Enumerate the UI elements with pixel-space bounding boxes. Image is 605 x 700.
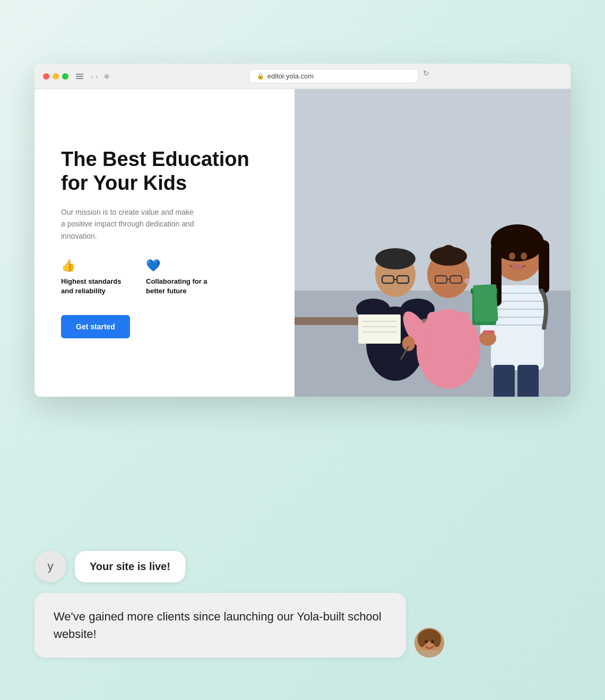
- lock-icon: 🔒: [257, 73, 264, 80]
- svg-rect-46: [358, 314, 401, 344]
- user-avatar-image: [414, 628, 444, 658]
- yola-message-text: Your site is live!: [90, 561, 170, 572]
- traffic-light-green[interactable]: [62, 73, 68, 80]
- features-row: 👍 Highest standards and reliability 💙 Co…: [61, 259, 268, 296]
- heart-icon: 💙: [146, 259, 210, 273]
- svg-rect-35: [539, 240, 549, 293]
- feature-collaborating: 💙 Collaborating for a better future: [146, 259, 210, 296]
- user-message-text: We've gained more clients since launchin…: [54, 610, 382, 641]
- traffic-lights: [43, 73, 68, 80]
- address-bar[interactable]: 🔒 editor.yola.com: [249, 69, 419, 83]
- svg-point-6: [375, 248, 416, 269]
- forward-button[interactable]: ›: [96, 72, 98, 81]
- user-chat-bubble: We've gained more clients since launchin…: [34, 593, 539, 658]
- hero-title: The Best Education for Your Kids: [61, 147, 268, 196]
- yola-chat-bubble: y Your site is live!: [34, 550, 539, 582]
- svg-point-56: [431, 640, 434, 644]
- feature-collaborating-label: Collaborating for a better future: [146, 277, 210, 296]
- speaker-icon: ⊕: [104, 73, 109, 80]
- hero-subtitle: Our mission is to create value and make …: [61, 206, 199, 242]
- chat-section: y Your site is live! We've gained more c…: [34, 550, 539, 658]
- website-content: The Best Education for Your Kids Our mis…: [34, 89, 571, 397]
- svg-point-55: [425, 640, 428, 644]
- get-started-button[interactable]: Get started: [61, 315, 130, 338]
- svg-rect-41: [483, 330, 495, 334]
- address-bar-wrapper: 🔒 editor.yola.com ↻: [116, 69, 562, 83]
- svg-point-36: [509, 252, 515, 260]
- svg-point-53: [418, 632, 426, 647]
- hero-right-panel: [295, 89, 571, 397]
- browser-nav: ‹ ›: [91, 72, 98, 81]
- browser-toolbar: ‹ › ⊕ 🔒 editor.yola.com ↻: [34, 64, 571, 89]
- svg-point-54: [433, 632, 441, 647]
- svg-rect-13: [427, 312, 470, 360]
- hero-left-panel: The Best Education for Your Kids Our mis…: [34, 89, 295, 397]
- svg-point-22: [402, 336, 415, 351]
- traffic-light-red[interactable]: [43, 73, 49, 80]
- yola-avatar: y: [34, 550, 66, 582]
- svg-point-38: [512, 264, 523, 269]
- sidebar-toggle-button[interactable]: [75, 73, 84, 80]
- svg-rect-31: [517, 365, 539, 397]
- url-text: editor.yola.com: [267, 72, 314, 80]
- feature-standards-label: Highest standards and reliability: [61, 277, 125, 296]
- user-avatar: [414, 628, 444, 658]
- svg-rect-45: [473, 284, 498, 322]
- svg-point-17: [464, 278, 470, 284]
- traffic-light-yellow[interactable]: [53, 73, 59, 80]
- feature-standards: 👍 Highest standards and reliability: [61, 259, 125, 296]
- yola-message-bubble: Your site is live!: [75, 551, 185, 582]
- students-illustration: [295, 89, 571, 397]
- svg-point-37: [521, 252, 527, 260]
- browser-window: ‹ › ⊕ 🔒 editor.yola.com ↻ The Best Educa…: [34, 64, 571, 397]
- svg-point-16: [441, 245, 456, 260]
- thumbs-up-icon: 👍: [61, 259, 125, 273]
- svg-rect-30: [494, 365, 515, 397]
- user-message-bubble: We've gained more clients since launchin…: [34, 593, 406, 658]
- back-button[interactable]: ‹: [91, 72, 93, 81]
- refresh-button[interactable]: ↻: [423, 69, 429, 83]
